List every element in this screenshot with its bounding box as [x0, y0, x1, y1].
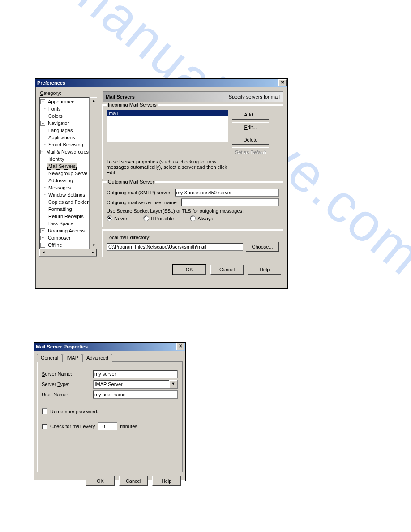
tree-messages[interactable]: ⋯Messages [40, 184, 90, 191]
mail-server-properties-window: Mail Server Properties ✕ General IMAP Ad… [34, 342, 186, 481]
local-dir-label: Local mail directory: [107, 235, 279, 240]
tree-roaming[interactable]: +Roaming Access [40, 227, 90, 234]
incoming-hint: To set server properties (such as checki… [107, 159, 227, 175]
window-title: Mail Server Properties [36, 344, 88, 349]
smtp-user-input[interactable] [181, 198, 279, 206]
scroll-left-icon[interactable]: ◂ [39, 249, 47, 256]
ok-button[interactable]: OK [173, 265, 206, 275]
server-name-input[interactable] [93, 370, 178, 378]
incoming-server-list[interactable]: mail [107, 110, 228, 142]
panel-subtitle: Specify servers for mail [229, 94, 280, 99]
window-title: Preferences [37, 80, 65, 86]
scroll-down-icon[interactable]: ▾ [90, 242, 97, 249]
tab-imap[interactable]: IMAP [62, 354, 82, 362]
panel-header: Mail Servers Specify servers for mail [103, 91, 283, 102]
tree-newsgroup-servers[interactable]: ⋯Newsgroup Serve [40, 170, 90, 177]
user-name-input[interactable] [93, 390, 178, 399]
tree-colors[interactable]: ⋯Colors [40, 112, 90, 120]
smtp-label: Outgoing mail (SMTP) server: [107, 190, 172, 195]
tree-smart-browsing[interactable]: ⋯Smart Browsing [40, 141, 90, 148]
set-default-button: Set as Default [232, 147, 269, 157]
list-item[interactable]: mail [107, 110, 228, 116]
radio-always[interactable]: Always [190, 215, 213, 221]
tree-disk-space[interactable]: ⋯Disk Space [40, 220, 90, 227]
close-icon[interactable]: ✕ [176, 343, 184, 350]
tree-window-settings[interactable]: ⋯Window Settings [40, 191, 90, 198]
panel-heading: Mail Servers [106, 94, 135, 99]
tree-offline[interactable]: +Offline [40, 241, 90, 249]
help-button[interactable]: Help [152, 476, 181, 486]
tree-addressing[interactable]: ⋯Addressing [40, 177, 90, 184]
tree-appearance[interactable]: −Appearance [40, 98, 90, 105]
tab-advanced[interactable]: Advanced [82, 354, 112, 362]
tree-mail-newsgroups[interactable]: −Mail & Newsgroups [40, 148, 90, 155]
tree-copies-folders[interactable]: ⋯Copies and Folder [40, 198, 90, 206]
tree-identity[interactable]: ⋯Identity [40, 155, 90, 163]
remember-password-checkbox[interactable]: Remember password. [42, 408, 98, 414]
choose-button[interactable]: Choose... [246, 242, 279, 252]
cancel-button[interactable]: Cancel [210, 265, 244, 275]
user-name-label: User Name: [42, 392, 90, 397]
local-dir-input[interactable] [107, 243, 243, 251]
smtp-user-label: Outgoing mail server user name: [107, 200, 178, 205]
tab-general[interactable]: General [37, 354, 62, 362]
radio-never[interactable]: Never [107, 215, 127, 221]
category-tree[interactable]: −Appearance ⋯Fonts ⋯Colors −Navigator ⋯L… [39, 97, 97, 257]
edit-button[interactable]: Edit... [232, 122, 269, 132]
tabstrip: General IMAP Advanced [37, 353, 185, 361]
close-icon[interactable]: ✕ [278, 79, 287, 86]
smtp-server-input[interactable] [175, 189, 279, 197]
preferences-window: Preferences ✕ Category: −Appearance ⋯Fon… [35, 78, 288, 289]
tree-scrollbar-vertical[interactable]: ▴ ▾ [89, 97, 97, 249]
minutes-label: minutes [120, 424, 137, 429]
outgoing-group: Outgoing Mail Server Outgoing mail (SMTP… [103, 182, 283, 227]
add-button[interactable]: Add... [232, 110, 269, 120]
tree-formatting[interactable]: ⋯Formatting [40, 206, 90, 213]
tree-navigator[interactable]: −Navigator [40, 120, 90, 127]
tree-mail-servers[interactable]: ⋯Mail Servers [40, 163, 90, 170]
incoming-group: Incoming Mail Servers mail Add... Edit..… [103, 105, 283, 179]
ssl-label: Use Secure Socket Layer(SSL) or TLS for … [107, 208, 279, 214]
local-dir-group: Local mail directory: Choose... [103, 230, 283, 257]
check-interval-input[interactable] [98, 422, 117, 430]
radio-if-possible[interactable]: If Possible [143, 215, 174, 221]
scroll-up-icon[interactable]: ▴ [90, 97, 97, 104]
incoming-legend: Incoming Mail Servers [107, 102, 158, 107]
tab-body: Server Name: Server Type: IMAP Server ▼ … [37, 361, 183, 472]
ok-button[interactable]: OK [86, 476, 115, 486]
server-type-select[interactable]: IMAP Server ▼ [93, 380, 178, 389]
outgoing-legend: Outgoing Mail Server [107, 179, 155, 184]
titlebar: Mail Server Properties ✕ [34, 343, 185, 351]
tree-return-receipts[interactable]: ⋯Return Receipts [40, 213, 90, 220]
tree-applications[interactable]: ⋯Applications [40, 134, 90, 141]
chevron-down-icon[interactable]: ▼ [169, 380, 177, 388]
titlebar: Preferences ✕ [35, 79, 287, 87]
help-button[interactable]: Help [248, 265, 281, 275]
tree-scrollbar-horizontal[interactable]: ◂ ▸ [39, 249, 97, 256]
scroll-right-icon[interactable]: ▸ [89, 249, 97, 256]
delete-button[interactable]: Delete [232, 135, 269, 145]
tree-composer[interactable]: +Composer [40, 234, 90, 241]
server-name-label: Server Name: [42, 371, 90, 377]
tree-fonts[interactable]: ⋯Fonts [40, 105, 90, 112]
check-mail-checkbox[interactable]: Check for mail every [42, 424, 95, 429]
server-type-label: Server Type: [42, 382, 90, 387]
tree-languages[interactable]: ⋯Languages [40, 127, 90, 134]
cancel-button[interactable]: Cancel [119, 476, 148, 486]
